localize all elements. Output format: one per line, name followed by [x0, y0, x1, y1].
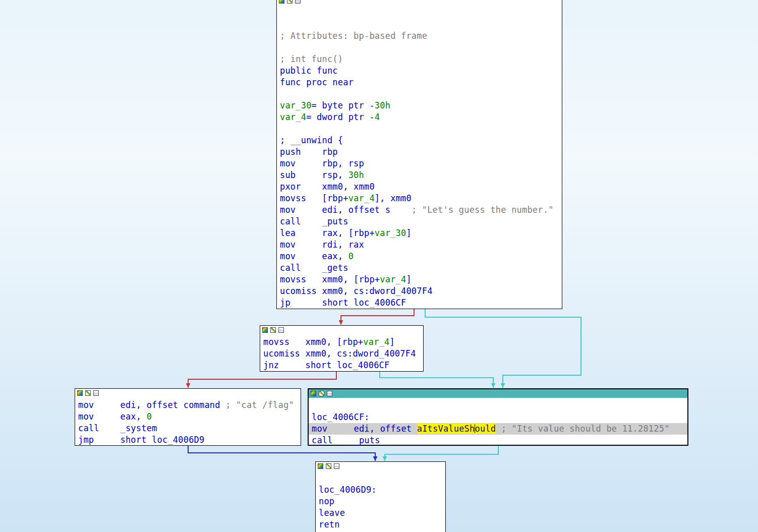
asm-line[interactable]: loc_4006CF: — [312, 411, 687, 423]
code-segment-num: 4 — [375, 112, 380, 122]
asm-line[interactable]: sub rsp, 30h — [280, 169, 562, 181]
asm-line[interactable]: lea rax, [rbp+var_30] — [280, 227, 562, 239]
asm-line[interactable]: mov eax, 0 — [280, 251, 562, 262]
node-titlebar[interactable] — [316, 462, 445, 470]
asm-line[interactable]: mov edi, offset command ; "cat /flag" — [78, 399, 301, 411]
node-edit-icon[interactable] — [326, 463, 331, 469]
asm-line[interactable]: jp short loc_4006CF — [280, 297, 562, 309]
node-titlebar[interactable] — [277, 0, 562, 5]
node-titlebar[interactable] — [260, 326, 423, 334]
asm-line[interactable]: movss xmm0, [rbp+var_4] — [263, 336, 423, 348]
code-segment-ins: ucomiss xmm0, cs:dword_4007F4 — [280, 286, 433, 296]
asm-line[interactable]: mov rbp, rsp — [280, 158, 562, 169]
code-segment-cmt: ; "Let's guess the number." — [412, 205, 554, 215]
asm-line[interactable]: ; Attributes: bp-based frame — [280, 30, 562, 42]
asm-line[interactable] — [280, 88, 562, 100]
node-edit-icon[interactable] — [85, 390, 91, 396]
code-segment-ins: mov edi, offset command — [78, 400, 225, 410]
code-segment-ins: ucomiss xmm0, cs:dword_4007F4 — [263, 348, 416, 359]
node-frame-icon[interactable] — [334, 463, 339, 469]
asm-line[interactable]: leave — [319, 507, 445, 519]
asm-line[interactable]: movss xmm0, [rbp+var_4] — [280, 274, 562, 285]
edge-jp-not-taken — [341, 309, 414, 325]
asm-line[interactable]: public func — [280, 65, 562, 77]
asm-line[interactable]: retn — [319, 519, 445, 530]
code-segment-ins: call _puts — [312, 435, 380, 445]
asm-line[interactable] — [319, 472, 445, 484]
node-frame-icon[interactable] — [295, 0, 301, 4]
asm-line[interactable]: call _system — [78, 423, 301, 434]
code-segment-ins: call _gets — [280, 263, 348, 273]
asm-line[interactable] — [280, 42, 562, 53]
asm-line[interactable]: var_30= byte ptr -30h — [280, 100, 562, 111]
asm-line[interactable]: call _puts — [312, 435, 687, 446]
asm-line[interactable]: movss [rbp+var_4], xmm0 — [280, 193, 562, 204]
code-segment-ins: mov edi, offset s — [280, 205, 412, 215]
code-segment-ins: movss xmm0, [rbp+ — [280, 274, 380, 284]
asm-line[interactable]: mov eax, 0 — [78, 411, 301, 423]
asm-line[interactable]: ucomiss xmm0, cs:dword_4007F4 — [263, 348, 423, 360]
node-color-icon[interactable] — [279, 0, 284, 4]
node-titlebar[interactable] — [309, 389, 687, 398]
asm-line[interactable] — [312, 400, 687, 411]
disassembly-listing: movss xmm0, [rbp+var_4]ucomiss xmm0, cs:… — [260, 334, 423, 371]
asm-line[interactable]: mov edi, offset s ; "Let's guess the num… — [280, 204, 562, 216]
code-segment-ins: mov eax, — [280, 251, 348, 261]
asm-line[interactable]: nop — [319, 496, 445, 507]
asm-line[interactable] — [280, 123, 562, 135]
code-segment-ins: loc_4006D9: — [319, 485, 377, 495]
node-cat-flag[interactable]: mov edi, offset command ; "cat /flag"mov… — [75, 388, 301, 446]
node-loc-4006CF[interactable]: loc_4006CF:mov edi, offset aItsValueShou… — [308, 388, 688, 446]
asm-line[interactable]: call _gets — [280, 262, 562, 274]
code-segment-ins: leave — [319, 508, 345, 518]
node-edit-icon[interactable] — [287, 0, 293, 4]
asm-line[interactable]: ; __unwind { — [280, 135, 562, 146]
code-segment-cmt: ; "Its value should be 11.28125" — [501, 424, 670, 434]
node-func-entry[interactable]: ; Attributes: bp-based frame ; int func(… — [276, 0, 562, 309]
node-color-icon[interactable] — [262, 327, 268, 333]
code-segment-ins: mov rbp, rsp — [280, 158, 364, 168]
node-loc-4006D9[interactable]: loc_4006D9:nopleaveretn — [315, 461, 446, 532]
asm-line[interactable] — [280, 7, 562, 19]
code-segment-ins: jp short loc_4006CF — [280, 298, 406, 308]
node-edit-icon[interactable] — [270, 327, 276, 333]
code-segment-cmt: ; int func() — [280, 54, 343, 64]
asm-line[interactable]: ucomiss xmm0, cs:dword_4007F4 — [280, 285, 562, 297]
node-frame-icon[interactable] — [93, 390, 99, 396]
node-frame-icon[interactable] — [327, 391, 332, 396]
node-titlebar[interactable] — [75, 389, 301, 397]
code-segment-num: var_30 — [280, 100, 312, 110]
asm-line[interactable]: jnz short loc_4006CF — [263, 360, 423, 371]
asm-line[interactable]: loc_4006D9: — [319, 484, 445, 496]
code-segment-ins: public func — [280, 66, 338, 76]
code-segment-ins: nop — [319, 496, 334, 506]
code-segment-num: var_4 — [348, 193, 375, 203]
node-color-icon[interactable] — [311, 391, 316, 396]
current-asm-line[interactable]: mov edi, offset aItsValueShould ; "Its v… — [309, 423, 687, 435]
graph-view[interactable]: ; Attributes: bp-based frame ; int func(… — [0, 0, 758, 532]
code-segment-ins: retn — [319, 519, 340, 529]
code-segment-ins: mov eax, — [78, 411, 147, 422]
node-frame-icon[interactable] — [278, 327, 284, 333]
asm-line[interactable]: ; int func() — [280, 53, 562, 65]
node-color-icon[interactable] — [318, 463, 323, 469]
asm-line[interactable]: jmp short loc_4006D9 — [78, 434, 301, 446]
asm-line[interactable]: func proc near — [280, 77, 562, 88]
asm-line[interactable] — [280, 19, 562, 30]
asm-line[interactable]: mov rdi, rax — [280, 239, 562, 251]
node-color-icon[interactable] — [77, 390, 83, 396]
code-segment-ins: mov rdi, rax — [280, 240, 364, 250]
code-segment-num: var_4 — [380, 274, 406, 284]
asm-line[interactable]: var_4= dword ptr -4 — [280, 111, 562, 123]
asm-line[interactable]: push rbp — [280, 146, 562, 158]
asm-line[interactable]: call _puts — [280, 216, 562, 227]
node-edit-icon[interactable] — [319, 391, 324, 396]
code-segment-ins: = dword ptr - — [306, 112, 375, 122]
node-second-compare[interactable]: movss xmm0, [rbp+var_4]ucomiss xmm0, cs:… — [260, 325, 424, 372]
disassembly-listing: ; Attributes: bp-based frame ; int func(… — [277, 5, 562, 309]
code-segment-ins: ] — [406, 274, 411, 284]
asm-line[interactable]: pxor xmm0, xmm0 — [280, 181, 562, 193]
edge-jmp-unconditional — [188, 446, 375, 461]
code-segment-ins — [496, 424, 501, 434]
code-segment-ins: sub rsp, — [280, 170, 348, 180]
